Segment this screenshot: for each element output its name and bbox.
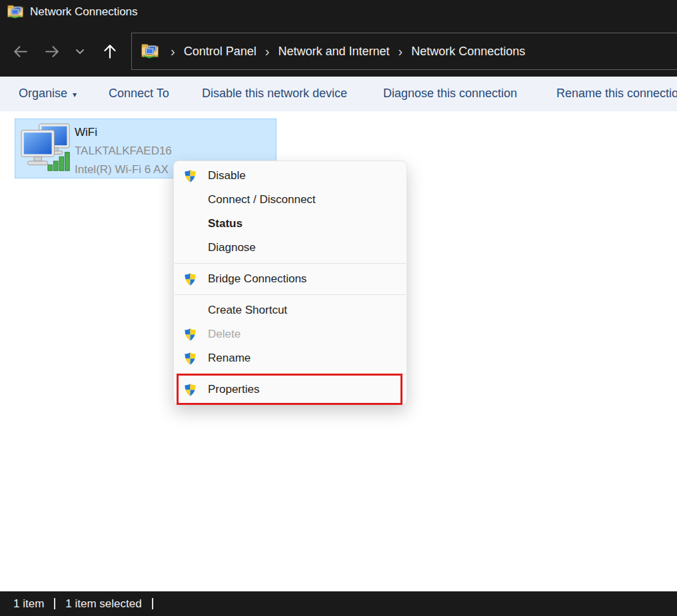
up-arrow-icon bbox=[105, 45, 115, 57]
menu-item-delete[interactable]: Delete bbox=[174, 322, 406, 346]
menu-item-status[interactable]: Status bbox=[174, 212, 406, 236]
wifi-adapter-icon bbox=[20, 123, 73, 178]
toolbar: Organise ▾ Connect To Disable this netwo… bbox=[0, 77, 677, 111]
breadcrumb-item-network-connections[interactable]: Network Connections bbox=[411, 45, 525, 59]
menu-separator bbox=[175, 374, 406, 374]
connection-network: TALKTALKFAED16 bbox=[75, 142, 172, 160]
file-list: WiFi TALKTALKFAED16 Intel(R) Wi-Fi 6 AX … bbox=[0, 111, 677, 591]
uac-shield-icon bbox=[182, 352, 198, 366]
menu-item-create-shortcut[interactable]: Create Shortcut bbox=[174, 298, 406, 322]
forward-arrow-icon bbox=[46, 47, 58, 57]
breadcrumb-crumb: › Network and Internet bbox=[257, 44, 390, 59]
back-button[interactable] bbox=[8, 39, 32, 63]
address-bar[interactable]: › Control Panel › Network and Internet ›… bbox=[131, 33, 677, 70]
menu-item-connect-disconnect[interactable]: Connect / Disconnect bbox=[174, 188, 406, 212]
connection-adapter: Intel(R) Wi-Fi 6 AX bbox=[75, 160, 172, 179]
network-folder-icon bbox=[7, 3, 24, 21]
breadcrumb-chevron-icon: › bbox=[390, 44, 412, 59]
up-button[interactable] bbox=[98, 39, 122, 63]
menu-separator bbox=[175, 263, 406, 264]
connection-details: WiFi TALKTALKFAED16 Intel(R) Wi-Fi 6 AX bbox=[75, 119, 172, 178]
uac-shield-icon bbox=[182, 383, 198, 397]
item-count: 1 item bbox=[13, 597, 44, 611]
toolbar-organise[interactable]: Organise ▾ bbox=[19, 77, 77, 111]
menu-item-disable[interactable]: Disable bbox=[174, 164, 406, 188]
toolbar-rename-this-connection[interactable]: Rename this connection bbox=[556, 77, 677, 111]
menu-separator bbox=[175, 294, 406, 295]
uac-shield-icon bbox=[182, 328, 198, 342]
breadcrumb-item-network-and-internet[interactable]: Network and Internet bbox=[278, 45, 389, 59]
back-arrow-icon bbox=[15, 47, 27, 57]
context-menu: Disable Connect / Disconnect Status Diag… bbox=[173, 160, 407, 405]
chevron-down-icon bbox=[77, 50, 83, 53]
connection-name: WiFi bbox=[75, 123, 172, 142]
window-title: Network Connections bbox=[30, 5, 138, 19]
toolbar-connect-to[interactable]: Connect To bbox=[109, 77, 169, 111]
menu-item-properties[interactable]: Properties bbox=[174, 378, 406, 402]
toolbar-disable-this-network-device[interactable]: Disable this network device bbox=[202, 77, 347, 111]
breadcrumb-chevron-icon: › bbox=[162, 44, 184, 59]
menu-item-bridge-connections[interactable]: Bridge Connections bbox=[174, 267, 406, 291]
statusbar-divider bbox=[54, 598, 55, 609]
titlebar[interactable]: Network Connections bbox=[0, 0, 677, 24]
breadcrumb-chevron-icon: › bbox=[257, 44, 279, 59]
dropdown-caret-icon: ▾ bbox=[73, 88, 77, 99]
menu-item-rename[interactable]: Rename bbox=[174, 346, 406, 370]
selected-count: 1 item selected bbox=[65, 597, 141, 611]
network-folder-icon bbox=[141, 41, 159, 61]
uac-shield-icon bbox=[182, 169, 198, 183]
breadcrumb-crumb: › Control Panel bbox=[162, 44, 257, 59]
uac-shield-icon bbox=[182, 272, 198, 286]
recent-locations-button[interactable] bbox=[68, 39, 92, 63]
statusbar-divider bbox=[152, 598, 153, 609]
toolbar-diagnose-this-connection[interactable]: Diagnose this connection bbox=[383, 77, 517, 111]
menu-item-diagnose[interactable]: Diagnose bbox=[174, 236, 406, 260]
network-connections-window: Network Connections bbox=[0, 0, 677, 616]
statusbar: 1 item 1 item selected bbox=[0, 591, 677, 616]
forward-button[interactable] bbox=[40, 39, 64, 63]
navigation-bar: › Control Panel › Network and Internet ›… bbox=[0, 24, 677, 77]
breadcrumb-crumb: › Network Connections bbox=[390, 44, 526, 59]
breadcrumb: › Control Panel › Network and Internet ›… bbox=[162, 44, 525, 59]
breadcrumb-item-control-panel[interactable]: Control Panel bbox=[184, 45, 257, 59]
